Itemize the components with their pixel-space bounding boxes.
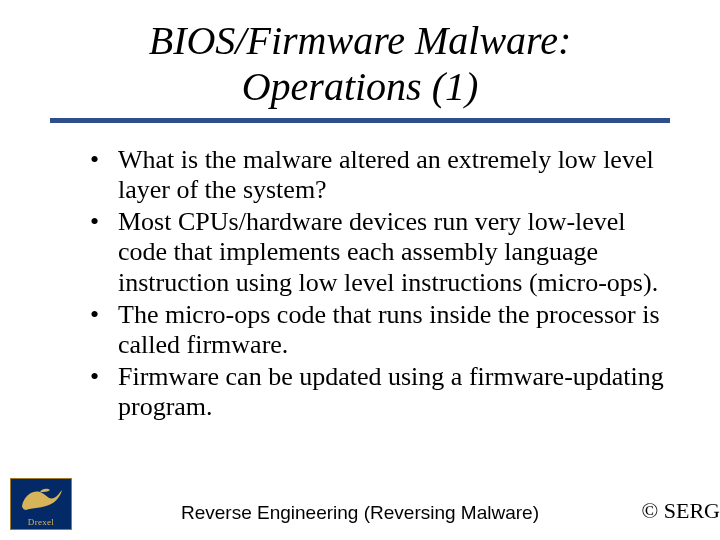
title-underline: [50, 118, 670, 123]
slide-title: BIOS/Firmware Malware: Operations (1): [36, 18, 684, 110]
bullet-list: What is the malware altered an extremely…: [36, 145, 684, 422]
dragon-icon: [17, 485, 65, 513]
bullet-item: Firmware can be updated using a firmware…: [90, 362, 674, 422]
footer-center-text: Reverse Engineering (Reversing Malware): [181, 502, 539, 524]
slide-footer: Drexel UNIVERSITY Reverse Engineering (R…: [0, 474, 720, 530]
drexel-logo: Drexel UNIVERSITY: [10, 478, 72, 530]
slide: BIOS/Firmware Malware: Operations (1) Wh…: [0, 0, 720, 540]
logo-text: Drexel: [11, 517, 71, 527]
bullet-item: The micro-ops code that runs inside the …: [90, 300, 674, 360]
footer-right-text: © SERG: [642, 498, 720, 524]
title-line-1: BIOS/Firmware Malware:: [149, 18, 572, 63]
title-line-2: Operations (1): [242, 64, 479, 109]
bullet-item: Most CPUs/hardware devices run very low-…: [90, 207, 674, 297]
bullet-item: What is the malware altered an extremely…: [90, 145, 674, 205]
